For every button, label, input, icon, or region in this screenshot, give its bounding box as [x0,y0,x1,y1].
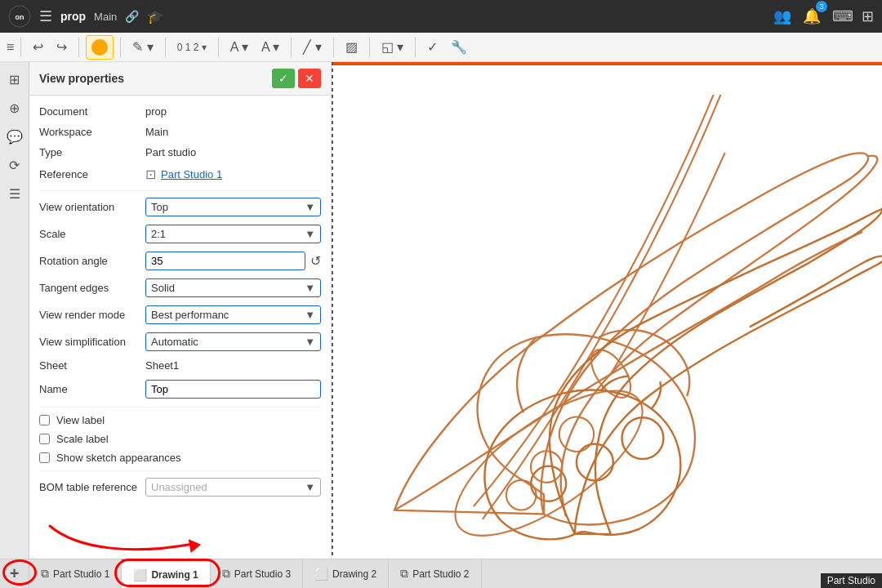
vertical-line [332,62,333,559]
view-label-row: View label [39,414,321,426]
tab-part-studio-3[interactable]: ⧉ Part Studio 3 [211,559,303,588]
separator-2 [78,38,79,57]
sheet-label: Sheet [39,359,145,372]
scale-row: Scale 2:1 ▼ [39,225,321,243]
comment-icon[interactable]: 💬 [3,126,26,148]
dimension-tool[interactable]: 0 1 2 ▾ [172,38,212,56]
main-area: ⊞ ⊕ 💬 ⟳ ☰ View properties ✓ ✕ Document p… [0,62,882,559]
add-view-icon[interactable]: ⊕ [6,97,23,119]
view-orientation-label: View orientation [39,201,145,213]
link-icon[interactable]: 🔗 [125,10,139,23]
name-label: Name [39,383,145,395]
scale-select[interactable]: 2:1 ▼ [145,225,321,243]
select-tool[interactable] [86,35,114,60]
view-label-checkbox[interactable] [39,415,50,425]
scale-value: 2:1 [151,228,166,240]
view-simplification-select[interactable]: Automatic ▼ [145,332,321,351]
type-label: Type [39,146,145,158]
reference-value[interactable]: Part Studio 1 [161,168,321,180]
line-tool[interactable]: ╱ ▾ [298,36,326,58]
view-orientation-select[interactable]: Top ▼ [145,198,321,216]
sketch-tool[interactable]: ✎ ▾ [127,36,158,58]
logo: on [8,5,31,28]
panel-body: Document prop Workspace Main Type Part s… [29,96,331,514]
tab-drawing-1-icon: ⬜ [133,568,147,581]
separator-4 [165,38,166,57]
view-render-select[interactable]: Best performanc ▼ [145,305,321,324]
rotation-input[interactable] [145,252,305,270]
view-simplification-row: View simplification Automatic ▼ [39,332,321,351]
hatch-tool[interactable]: ▨ [341,36,363,58]
tab-part-studio-1-label: Part Studio 1 [53,568,109,580]
type-value: Part studio [145,146,321,158]
hamburger-icon[interactable]: ☰ [39,7,52,25]
divider-2 [39,407,321,408]
settings-tool[interactable]: 🔧 [446,36,472,58]
rotation-refresh-icon[interactable]: ↺ [310,253,321,269]
bom-arrow: ▼ [305,481,315,493]
separator-7 [333,38,334,57]
document-label: Document [39,105,145,118]
tab-drawing-2-icon: ⬜ [314,568,328,581]
text-style-tool[interactable]: A ▾ [256,36,284,58]
svg-point-13 [531,466,566,501]
tangent-edges-label: Tangent edges [39,282,145,294]
bom-value: Unassigned [151,481,207,493]
ok-button[interactable]: ✓ [272,69,295,88]
workspace-value: Main [145,126,321,138]
tab-drawing-2[interactable]: ⬜ Drawing 2 [303,559,389,588]
cap-icon[interactable]: 🎓 [147,9,163,24]
tab-drawing-2-label: Drawing 2 [332,568,376,580]
dxf-tool[interactable]: ◱ ▾ [376,36,408,58]
canvas-area [332,62,882,559]
cancel-button[interactable]: ✕ [298,69,321,88]
tab-add-button[interactable]: + [0,559,29,588]
panel-title: View properties [39,72,124,85]
redo-button[interactable]: ↪ [51,36,72,58]
name-input[interactable] [145,380,321,399]
tab-part-studio-1[interactable]: ⧉ Part Studio 1 [29,559,122,588]
reference-icon: ⊡ [145,167,156,182]
tab-part-studio-3-label: Part Studio 3 [234,568,291,580]
view-label-label: View label [56,414,105,426]
orange-select-indicator [91,39,108,56]
list-icon[interactable]: ☰ [6,183,24,205]
panels-icon[interactable]: ⊞ [6,69,23,91]
reference-label: Reference [39,168,145,180]
bom-select[interactable]: Unassigned ▼ [145,478,321,497]
branch-name: Main [94,11,117,23]
show-sketch-label: Show sketch appearances [56,452,180,464]
scale-label-checkbox[interactable] [39,434,50,444]
scale-label-row: Scale label [39,433,321,445]
keyboard-icon[interactable]: ⌨ [832,7,853,25]
rotation-row: Rotation angle ↺ [39,252,321,270]
workspace-row: Workspace Main [39,126,321,138]
svg-text:on: on [16,13,24,21]
separator-8 [369,38,370,57]
view-simplification-arrow: ▼ [305,336,315,348]
view-orientation-row: View orientation Top ▼ [39,198,321,216]
separator-5 [218,38,219,57]
show-sketch-checkbox[interactable] [39,452,50,463]
left-sidebar: ⊞ ⊕ 💬 ⟳ ☰ [0,62,29,559]
undo-button[interactable]: ↩ [28,36,48,58]
separator-6 [291,38,292,57]
check-tool[interactable]: ✓ [422,36,443,58]
tab-part-studio-2-label: Part Studio 2 [412,568,469,580]
toolbar-left-icon[interactable]: ≡ [7,40,14,55]
tab-part-studio-2[interactable]: ⧉ Part Studio 2 [389,559,481,588]
panel-actions: ✓ ✕ [272,69,321,88]
notification-badge: 3 [816,1,827,12]
text-tool[interactable]: A ▾ [225,36,253,58]
notification-icon[interactable]: 🔔 3 [800,4,824,29]
collab-icon[interactable]: 👥 [773,7,791,25]
tangent-edges-select[interactable]: Solid ▼ [145,278,321,297]
name-row: Name [39,380,321,399]
tab-drawing-1[interactable]: ⬜ Drawing 1 [122,559,210,588]
separator-3 [120,38,121,57]
divider-1 [39,190,321,191]
grid-icon[interactable]: ⊞ [862,7,874,25]
history-icon[interactable]: ⟳ [6,154,23,176]
knife-final [332,87,882,559]
reference-row: Reference ⊡ Part Studio 1 [39,167,321,182]
